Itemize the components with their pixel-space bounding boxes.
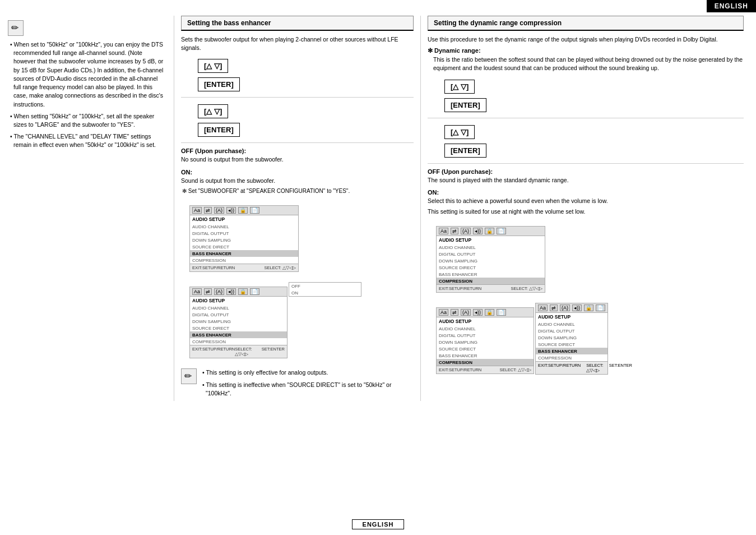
dyn-sub-source-direct: SOURCE DIRECT xyxy=(437,345,534,352)
dynamic-menu-topbar: Aa ⇌ (A) ◂)) 🔒 📄 xyxy=(437,227,545,236)
bass-sub-source-direct: SOURCE DIRECT xyxy=(190,325,287,331)
bass-menu-digital-output: DIGITAL OUTPUT xyxy=(190,230,298,237)
dynamic-menu-area: Aa ⇌ (A) ◂)) 🔒 📄 AUDIO SETUP AUDIO CHANN… xyxy=(430,222,744,297)
dyn-val-footer-set: SET:ENTER xyxy=(609,363,632,373)
bass-topbar-a: (A) xyxy=(214,207,224,214)
bass-menu-source-direct: SOURCE DIRECT xyxy=(190,243,298,250)
bass-step2-keys: [△ ▽] xyxy=(198,104,228,118)
dyn-sub-vol: ◂)) xyxy=(473,309,483,316)
bass-sub-vol: ◂)) xyxy=(226,288,236,295)
dynamic-step1: [△ ▽] [ENTER] xyxy=(444,77,744,114)
dyn-val-compression-row: COMPRESSION xyxy=(536,354,607,361)
bass-step1: [△ ▽] [ENTER] xyxy=(198,57,414,94)
bass-off-label: OFF (Upon purchase): xyxy=(181,147,414,154)
dyn-val-footer-exit: EXIT:SETUP/RETURN xyxy=(538,363,581,373)
dyn-topbar-a: (A) xyxy=(461,228,471,234)
bass-submenu-main: Aa ⇌ (A) ◂)) 🔒 📄 AUDIO SETUP AUDIO CHANN… xyxy=(189,287,287,358)
bass-on-label: ON: xyxy=(181,169,414,176)
dyn-footer-exit: EXIT:SETUP/RETURN xyxy=(439,286,481,291)
bass-val-on: ON xyxy=(289,289,361,296)
bass-menu-footer: EXIT:SETUP/RETURN SELECT: △▽◁▷ xyxy=(190,264,298,271)
dyn-val-lock: 🔒 xyxy=(584,305,593,311)
dynamic-menu-footer: EXIT:SETUP/RETURN SELECT: △▽◁▷ xyxy=(437,284,545,292)
dyn-val-topbar: Aa ⇌ (A) ◂)) 🔒 📄 xyxy=(536,303,607,313)
dyn-sub-bass-enhancer: BASS ENHANCER xyxy=(437,352,534,359)
left-bullet-3: The "CHANNEL LEVEL" and "DELAY TIME" set… xyxy=(8,132,168,149)
bass-submenu-topbar: Aa ⇌ (A) ◂)) 🔒 📄 xyxy=(190,287,287,297)
bass-sub-footer-exit: EXIT:SETUP/RETURN xyxy=(192,347,235,357)
bass-note-2: This setting is ineffective when "SOURCE… xyxy=(200,381,414,398)
dyn-sub-footer: EXIT:SETUP/RETURN SELECT: △▽◁▷ xyxy=(437,366,534,373)
bass-step1-enter: [ENTER] xyxy=(198,77,240,91)
bass-on-note: ✻ Set "SUBWOOFER" at "SPEAKER CONFIGURAT… xyxy=(182,187,414,196)
left-bullet-2: When setting "50kHz" or "100kHz", set al… xyxy=(8,112,168,129)
dyn-menu-bass-enhancer: BASS ENHANCER xyxy=(437,271,545,278)
bass-menu-primary: Aa ⇌ (A) ◂)) 🔒 📄 AUDIO SETUP AUDIO CHANN… xyxy=(189,205,299,272)
dyn-topbar-arrows: ⇌ xyxy=(451,228,458,234)
bass-value-panel: OFF ON xyxy=(289,282,361,297)
bass-menu-topbar: Aa ⇌ (A) ◂)) 🔒 📄 xyxy=(190,206,298,215)
bass-menu-audio-channel: AUDIO CHANNEL xyxy=(190,223,298,230)
dynamic-on-text1: Select this to achieve a powerful sound … xyxy=(428,197,744,205)
bass-menu-title: AUDIO SETUP xyxy=(190,215,298,223)
bass-off-text: No sound is output from the subwoofer. xyxy=(181,155,414,164)
dyn-val-digital-output: DIGITAL OUTPUT xyxy=(536,328,607,334)
bass-note-1: This setting is only effective for analo… xyxy=(200,368,414,377)
bass-topbar-vol: ◂)) xyxy=(226,207,236,214)
bass-sub-aa: Aa xyxy=(192,288,202,295)
bass-submenu-area: Aa ⇌ (A) ◂)) 🔒 📄 AUDIO SETUP AUDIO CHANN… xyxy=(184,282,414,363)
bass-on-text: Sound is output from the subwoofer. xyxy=(181,177,414,185)
dynamic-step1-enter: [ENTER] xyxy=(444,98,486,112)
dynamic-menu-title: AUDIO SETUP xyxy=(437,236,545,244)
dyn-val-aa: Aa xyxy=(538,305,548,311)
dyn-val-down-sampling: DOWN SAMPLING xyxy=(536,334,607,341)
dyn-sub-a: (A) xyxy=(461,309,471,316)
dyn-val-vol: ◂)) xyxy=(572,305,582,311)
dynamic-on-label: ON: xyxy=(428,189,744,196)
dynamic-value-panel: Aa ⇌ (A) ◂)) 🔒 📄 AUDIO SETUP AUDIO CHANN… xyxy=(535,303,608,375)
dyn-sub-arrows: ⇌ xyxy=(451,309,458,316)
bass-topbar-aa: Aa xyxy=(192,207,202,214)
bottom-language-label: ENGLISH xyxy=(352,519,405,529)
dynamic-range-header: Setting the dynamic range compression xyxy=(428,16,744,31)
bass-submenu-title: AUDIO SETUP xyxy=(190,297,287,305)
dyn-topbar-aa: Aa xyxy=(439,228,448,234)
dyn-sub-footer-exit: EXIT:SETUP/RETURN xyxy=(439,367,481,372)
bass-pencil-icon xyxy=(181,368,197,384)
dyn-val-a: (A) xyxy=(560,305,570,311)
dyn-val-arrows: ⇌ xyxy=(550,305,558,311)
dynamic-off-text: The sound is played with the standard dy… xyxy=(428,176,744,185)
dyn-sub-digital-output: DIGITAL OUTPUT xyxy=(437,332,534,339)
dyn-sub-lock: 🔒 xyxy=(485,309,494,316)
bass-topbar-doc: 📄 xyxy=(250,207,259,214)
bass-enhancer-header: Setting the bass enhancer xyxy=(181,16,414,31)
dyn-topbar-vol: ◂)) xyxy=(473,228,483,234)
left-notes-column: When set to "50kHz" or "100kHz", you can… xyxy=(6,16,174,401)
dyn-sub-topbar: Aa ⇌ (A) ◂)) 🔒 📄 xyxy=(437,308,534,317)
dyn-sub-audio-channel: AUDIO CHANNEL xyxy=(437,325,534,332)
dynamic-step2: [△ ▽] [ENTER] xyxy=(444,123,744,160)
dynamic-on-text2: This setting is suited for use at night … xyxy=(428,207,744,216)
dyn-val-doc: 📄 xyxy=(596,305,605,311)
dynamic-submenu-main: Aa ⇌ (A) ◂)) 🔒 📄 AUDIO SETUP AUDIO CHANN… xyxy=(436,307,534,374)
bass-sub-doc: 📄 xyxy=(250,288,259,295)
dyn-val-footer: EXIT:SETUP/RETURN SELECT: △▽◁▷ SET:ENTER xyxy=(536,361,607,374)
bass-topbar-arrows: ⇌ xyxy=(204,207,212,214)
bass-step2: [△ ▽] [ENTER] xyxy=(198,102,414,139)
dyn-sub-footer-sel: SELECT: △▽◁▷ xyxy=(499,367,531,372)
bass-step2-enter: [ENTER] xyxy=(198,123,240,137)
dyn-val-bass-enhancer: BASS ENHANCER xyxy=(536,348,607,354)
bass-topbar-lock: 🔒 xyxy=(238,207,248,214)
dyn-val-footer-sel: SELECT: △▽◁▷ xyxy=(586,363,603,373)
bass-step1-keys: [△ ▽] xyxy=(198,59,228,73)
bass-submenu-footer: EXIT:SETUP/RETURN SELECT: △▽◁▷ SET:ENTER xyxy=(190,345,287,358)
dyn-menu-down-sampling: DOWN SAMPLING xyxy=(437,257,545,264)
dynamic-off-label: OFF (Upon purchase): xyxy=(428,168,744,175)
bass-sub-digital-output: DIGITAL OUTPUT xyxy=(190,311,287,318)
dynamic-menu-with-submenu: Aa ⇌ (A) ◂)) 🔒 📄 AUDIO SETUP AUDIO CHANN… xyxy=(430,303,608,379)
pencil-icon xyxy=(8,20,24,36)
dyn-submenu-title: AUDIO SETUP xyxy=(437,317,534,325)
dyn-val-audio-channel: AUDIO CHANNEL xyxy=(536,321,607,328)
dyn-sub-aa: Aa xyxy=(439,309,448,316)
bass-sub-footer-set: SET:ENTER xyxy=(262,347,285,357)
